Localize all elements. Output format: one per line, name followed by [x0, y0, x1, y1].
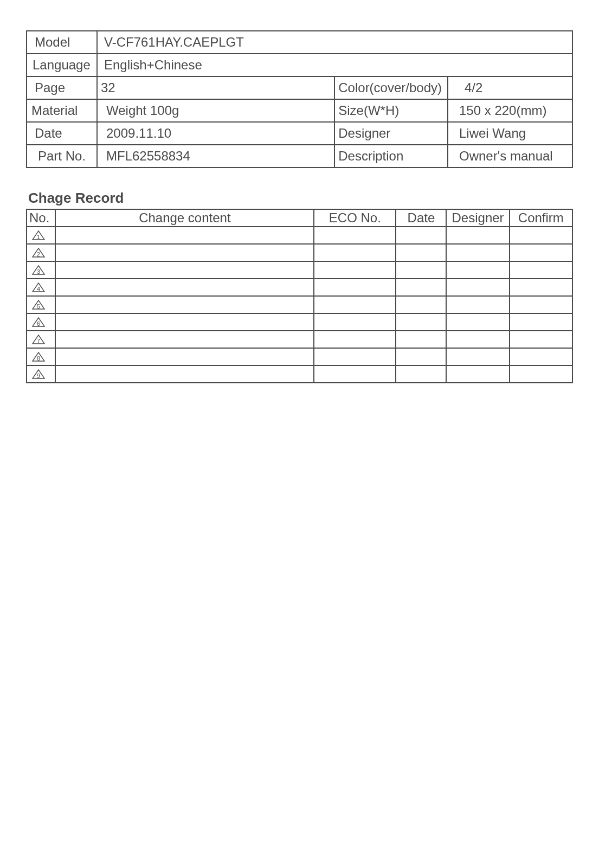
- cell-designer: [446, 365, 509, 383]
- row-number-icon: 4: [27, 279, 55, 296]
- spec-label: Color(cover/body): [334, 76, 448, 99]
- svg-text:4: 4: [37, 286, 40, 292]
- cell-eco: [314, 331, 396, 348]
- cell-content: [55, 296, 314, 313]
- cell-eco: [314, 261, 396, 279]
- cell-date: [396, 244, 446, 261]
- spec-label: Designer: [334, 122, 448, 145]
- row-number-icon: 9: [27, 365, 55, 383]
- header-date: Date: [396, 209, 446, 227]
- svg-text:8: 8: [37, 355, 40, 362]
- cell-confirm: [510, 331, 572, 348]
- change-record-row: 1: [27, 227, 572, 244]
- cell-eco: [314, 296, 396, 313]
- row-number-icon: 5: [27, 296, 55, 313]
- spec-value: 2009.11.10: [97, 122, 334, 145]
- spec-table: ModelV-CF761HAY.CAEPLGTLanguageEnglish+C…: [26, 30, 573, 168]
- spec-label: Language: [27, 54, 97, 76]
- cell-content: [55, 313, 314, 331]
- cell-designer: [446, 331, 509, 348]
- cell-designer: [446, 348, 509, 365]
- spec-row: Part No.MFL62558834DescriptionOwner's ma…: [27, 145, 572, 168]
- change-record-row: 9: [27, 365, 572, 383]
- spec-value: Liwei Wang: [448, 122, 572, 145]
- svg-text:5: 5: [37, 303, 40, 310]
- cell-date: [396, 296, 446, 313]
- spec-value: 32: [97, 76, 334, 99]
- change-record-body: 123456789: [27, 227, 572, 383]
- spec-label: Description: [334, 145, 448, 168]
- spec-value: MFL62558834: [97, 145, 334, 168]
- change-record-title: Chage Record: [26, 190, 573, 207]
- spec-label: Model: [27, 31, 97, 54]
- spec-label: Material: [27, 99, 97, 122]
- change-record-row: 4: [27, 279, 572, 296]
- cell-date: [396, 313, 446, 331]
- change-record-table: No. Change content ECO No. Date Designer…: [26, 209, 573, 383]
- svg-text:9: 9: [37, 372, 40, 379]
- spec-value: Weight 100g: [97, 99, 334, 122]
- cell-eco: [314, 348, 396, 365]
- header-no: No.: [27, 209, 55, 227]
- cell-confirm: [510, 365, 572, 383]
- spec-value: 150 x 220(mm): [448, 99, 572, 122]
- row-number-icon: 2: [27, 244, 55, 261]
- cell-confirm: [510, 313, 572, 331]
- cell-content: [55, 331, 314, 348]
- cell-eco: [314, 244, 396, 261]
- cell-date: [396, 261, 446, 279]
- cell-content: [55, 261, 314, 279]
- svg-text:1: 1: [37, 234, 40, 240]
- cell-content: [55, 244, 314, 261]
- cell-confirm: [510, 348, 572, 365]
- change-record-row: 7: [27, 331, 572, 348]
- cell-designer: [446, 313, 509, 331]
- svg-text:2: 2: [37, 251, 40, 258]
- header-designer: Designer: [446, 209, 509, 227]
- change-record-row: 2: [27, 244, 572, 261]
- cell-content: [55, 365, 314, 383]
- header-content: Change content: [55, 209, 314, 227]
- spec-value: Owner's manual: [448, 145, 572, 168]
- spec-value: V-CF761HAY.CAEPLGT: [97, 31, 572, 54]
- cell-confirm: [510, 296, 572, 313]
- cell-date: [396, 227, 446, 244]
- spec-value: 4/2: [448, 76, 572, 99]
- spec-row: Date2009.11.10DesignerLiwei Wang: [27, 122, 572, 145]
- change-record-row: 5: [27, 296, 572, 313]
- cell-eco: [314, 365, 396, 383]
- row-number-icon: 3: [27, 261, 55, 279]
- cell-eco: [314, 279, 396, 296]
- change-record-header-row: No. Change content ECO No. Date Designer…: [27, 209, 572, 227]
- spec-row: Page32Color(cover/body)4/2: [27, 76, 572, 99]
- row-number-icon: 8: [27, 348, 55, 365]
- cell-confirm: [510, 279, 572, 296]
- svg-text:7: 7: [37, 338, 40, 344]
- spec-label: Size(W*H): [334, 99, 448, 122]
- cell-eco: [314, 227, 396, 244]
- spec-row: MaterialWeight 100gSize(W*H)150 x 220(mm…: [27, 99, 572, 122]
- cell-designer: [446, 296, 509, 313]
- cell-confirm: [510, 261, 572, 279]
- spec-label: Date: [27, 122, 97, 145]
- spec-label: Page: [27, 76, 97, 99]
- cell-designer: [446, 244, 509, 261]
- cell-eco: [314, 313, 396, 331]
- row-number-icon: 1: [27, 227, 55, 244]
- header-eco: ECO No.: [314, 209, 396, 227]
- cell-designer: [446, 279, 509, 296]
- svg-text:3: 3: [37, 268, 40, 275]
- cell-content: [55, 227, 314, 244]
- header-confirm: Confirm: [510, 209, 572, 227]
- cell-content: [55, 279, 314, 296]
- spec-value: English+Chinese: [97, 54, 572, 76]
- cell-content: [55, 348, 314, 365]
- cell-date: [396, 348, 446, 365]
- cell-designer: [446, 227, 509, 244]
- cell-confirm: [510, 227, 572, 244]
- svg-text:6: 6: [37, 320, 40, 327]
- spec-label: Part No.: [27, 145, 97, 168]
- row-number-icon: 7: [27, 331, 55, 348]
- change-record-row: 8: [27, 348, 572, 365]
- spec-row: ModelV-CF761HAY.CAEPLGT: [27, 31, 572, 54]
